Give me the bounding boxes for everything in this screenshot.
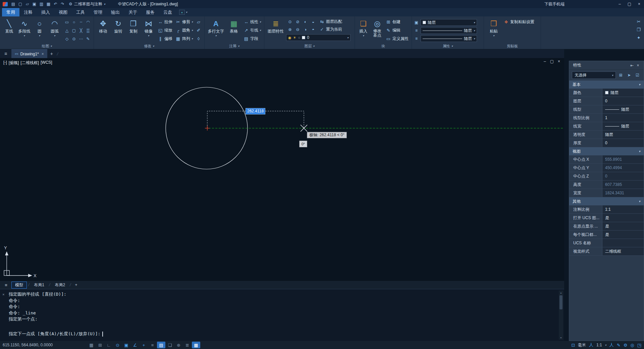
draw-tool-icon[interactable]: △ xyxy=(63,26,70,35)
draw-tool-icon[interactable]: ▢ xyxy=(70,26,77,35)
fillet-button[interactable]: ╭ 圆角 xyxy=(174,26,194,35)
close-tab-icon[interactable] xyxy=(42,52,44,56)
copy-paste-settings-button[interactable]: ❖ 复制粘贴设置 xyxy=(502,18,535,26)
file-tabs-menu-icon[interactable] xyxy=(0,49,11,58)
erase-tool-icon[interactable]: ▱ xyxy=(195,18,202,26)
close-command-history-icon[interactable] xyxy=(2,292,5,297)
lineweight-dropdown[interactable]: 随层 xyxy=(421,35,477,42)
workspace-switcher[interactable]: ⚙ 二维草图与注释 xyxy=(66,1,108,7)
plot-preview-icon[interactable]: ▦ xyxy=(45,1,52,7)
download-mobile-link[interactable]: 下载手机端 xyxy=(544,1,565,7)
draw-tool-icon[interactable]: ◇ xyxy=(63,35,70,43)
layout-menu-icon[interactable] xyxy=(1,283,11,288)
draw-tool-icon[interactable]: ▭ xyxy=(63,18,70,26)
layer-tool-icon[interactable]: ⊕ xyxy=(286,26,294,33)
panel-label-block[interactable]: 块 xyxy=(355,43,412,49)
settings-gear-icon[interactable]: ⚙ xyxy=(624,343,628,348)
table-button[interactable]: ▦ 表格 xyxy=(226,18,241,43)
otrack-toggle-icon[interactable]: ∠ xyxy=(131,342,139,348)
tab-service[interactable]: 服务 xyxy=(142,8,159,16)
prop-value[interactable]: 1:1 xyxy=(602,205,644,213)
toggle-pickadd-icon[interactable]: ⊞ xyxy=(617,72,624,79)
isolate-objects-icon[interactable]: ◎ xyxy=(630,343,634,348)
scale-label[interactable]: 1:1 xyxy=(596,343,602,347)
wcs-control[interactable]: [WCS] xyxy=(41,60,52,66)
minimize-button[interactable] xyxy=(615,0,625,8)
layer-tool-icon[interactable]: ◒ xyxy=(309,18,317,26)
prop-value[interactable]: 随层 xyxy=(602,105,644,113)
prop-value[interactable]: 0 xyxy=(602,172,644,180)
rotate-button[interactable]: ↻ 旋转 xyxy=(111,18,125,43)
mirror-button[interactable]: ⋈ 镜像 xyxy=(142,18,156,43)
draw-tool-icon[interactable]: ✎ xyxy=(85,35,92,43)
tab-tools[interactable]: 工具 xyxy=(72,8,89,16)
tab-cloud[interactable]: 云盘 xyxy=(159,8,176,16)
tab-insert[interactable]: 插入 xyxy=(37,8,54,16)
explode-tool-icon[interactable]: ✐ xyxy=(195,26,202,35)
open-file-icon[interactable]: ▱ xyxy=(24,1,31,7)
save-icon[interactable]: ▣ xyxy=(31,1,38,7)
tab-manage[interactable]: 管理 xyxy=(89,8,107,16)
prop-value[interactable]: 607.7385 xyxy=(602,181,644,189)
lineweight-toggle-icon[interactable]: ≡ xyxy=(148,342,157,348)
annotation-visibility-icon[interactable]: 人 xyxy=(609,342,614,348)
make-current-button[interactable]: ✓ 置为当前 xyxy=(318,26,343,33)
dynamic-ucs-toggle-icon[interactable]: ≣ xyxy=(183,342,192,348)
layer-tool-icon[interactable]: ⊘ xyxy=(294,18,302,26)
linear-dim-button[interactable]: ↔ 线性 xyxy=(243,18,262,26)
command-line-window[interactable]: 指定圆的半径或 [直径(D)]: 命令: 命令: 命令: _line 指定第一个… xyxy=(0,289,564,341)
linetype-dropdown[interactable]: 随层 xyxy=(421,27,477,34)
ortho-toggle-icon[interactable]: ∟ xyxy=(105,342,113,348)
prop-value[interactable]: 随层 xyxy=(602,131,644,139)
create-block-button[interactable]: ⊞ 创建 xyxy=(385,18,410,26)
prop-value[interactable]: 0 xyxy=(602,97,644,105)
annotation-monitor-toggle-icon[interactable]: ❏ xyxy=(166,342,174,348)
annotation-auto-icon[interactable]: ✎ xyxy=(617,343,621,348)
osnap-3d-toggle-icon[interactable]: ⊕ xyxy=(174,342,183,348)
draw-tool-icon[interactable]: ⋯ xyxy=(77,35,85,43)
draw-tool-icon[interactable]: ▒ xyxy=(85,26,92,35)
viewport-menu-control[interactable]: [-] xyxy=(3,60,7,66)
draw-tool-icon[interactable]: ╳ xyxy=(77,26,85,35)
field-button[interactable]: ▤ 字段 xyxy=(243,35,262,43)
prop-value[interactable]: 是 xyxy=(602,222,644,230)
draw-tool-icon[interactable]: ⊙ xyxy=(70,35,77,43)
undo-icon[interactable]: ↶ xyxy=(52,1,59,7)
offset-button[interactable]: ∥ 偏移 xyxy=(157,35,173,43)
scrollbar-thumb[interactable] xyxy=(559,295,562,309)
layer-properties-button[interactable]: ≣ 图层特性 xyxy=(266,18,285,43)
layer-tool-icon[interactable]: ⊙ xyxy=(286,18,294,26)
osnap-toggle-icon[interactable]: ▣ xyxy=(122,342,130,348)
prop-value[interactable]: 二维线框 xyxy=(602,247,644,255)
scroll-up-icon[interactable] xyxy=(560,291,562,295)
polar-toggle-icon[interactable]: ⊙ xyxy=(113,342,122,348)
copy-button[interactable]: ❐ 复制 xyxy=(126,18,141,43)
panel-label-draw[interactable]: 绘图 xyxy=(0,43,94,49)
edit-block-button[interactable]: ✎ 编辑 xyxy=(385,26,410,35)
doc-minimize-icon[interactable] xyxy=(544,59,546,64)
dynamic-input-field[interactable]: 262.4118 xyxy=(246,108,265,114)
snap-toggle-icon[interactable]: ⊞ xyxy=(96,342,104,348)
command-input[interactable]: 指定下一点或 [角度(A)/长度(L)/放弃(U)]: xyxy=(9,331,557,337)
tab-output[interactable]: 输出 xyxy=(107,8,124,16)
tab-layout2[interactable]: 布局2 xyxy=(51,282,68,288)
tab-view[interactable]: 视图 xyxy=(54,8,72,16)
tab-about[interactable]: 关于 xyxy=(124,8,142,16)
draw-tool-icon[interactable]: ◠ xyxy=(85,18,92,26)
move-button[interactable]: ✥ 移动 xyxy=(96,18,110,43)
new-file-icon[interactable]: ▢ xyxy=(17,1,24,7)
line-button[interactable]: ╲ 直线 xyxy=(2,18,16,43)
prop-value[interactable]: 随层 xyxy=(602,122,644,130)
prop-value[interactable]: 1824.3431 xyxy=(602,189,644,197)
prop-value[interactable]: 555.8901 xyxy=(602,155,644,163)
panel-label-properties[interactable]: 属性 xyxy=(412,43,484,49)
document-tab-active[interactable]: ▭ Drawing1* xyxy=(11,49,47,58)
cut-icon[interactable]: ✂ xyxy=(637,19,641,24)
section-basic[interactable]: 基本 xyxy=(569,81,644,89)
layer-tool-icon[interactable]: ◑ xyxy=(302,26,309,33)
draw-tool-icon[interactable]: ┄ xyxy=(77,18,85,26)
dock-icon[interactable] xyxy=(629,63,635,68)
visual-style-control[interactable]: [二维线框] xyxy=(20,60,39,66)
edit-base-point-button[interactable]: ◎ 修改 基点 xyxy=(371,18,384,43)
mtext-button[interactable]: A 多行文字 xyxy=(207,18,225,43)
